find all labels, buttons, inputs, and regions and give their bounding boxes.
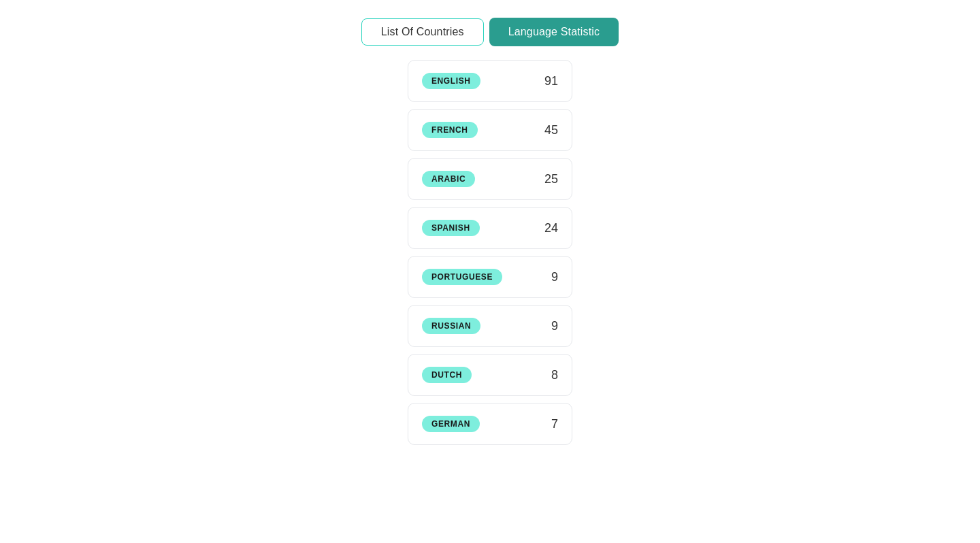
language-badge: ENGLISH (422, 73, 480, 89)
language-count: 24 (544, 221, 558, 235)
language-card: FRENCH45 (408, 109, 572, 151)
language-card: RUSSIAN9 (408, 305, 572, 347)
language-badge: DUTCH (422, 367, 472, 383)
language-badge: SPANISH (422, 220, 480, 236)
language-count: 9 (551, 319, 558, 333)
language-list: ENGLISH91FRENCH45ARABIC25SPANISH24PORTUG… (0, 60, 980, 452)
tab-bar: List Of Countries Language Statistic (361, 18, 619, 46)
language-badge: RUSSIAN (422, 318, 480, 334)
language-count: 25 (544, 172, 558, 186)
language-card: ARABIC25 (408, 158, 572, 200)
language-badge: GERMAN (422, 416, 480, 432)
language-card: ENGLISH91 (408, 60, 572, 102)
language-count: 91 (544, 74, 558, 88)
language-card: PORTUGUESE9 (408, 256, 572, 298)
language-count: 9 (551, 270, 558, 284)
language-card: GERMAN7 (408, 403, 572, 445)
language-count: 7 (551, 417, 558, 431)
tab-list-countries[interactable]: List Of Countries (361, 18, 484, 46)
language-card: DUTCH8 (408, 354, 572, 396)
language-badge: FRENCH (422, 122, 478, 138)
language-card: SPANISH24 (408, 207, 572, 249)
language-badge: PORTUGUESE (422, 269, 502, 285)
language-count: 8 (551, 368, 558, 382)
tab-language-statistic[interactable]: Language Statistic (489, 18, 619, 46)
language-badge: ARABIC (422, 171, 475, 187)
language-count: 45 (544, 123, 558, 137)
